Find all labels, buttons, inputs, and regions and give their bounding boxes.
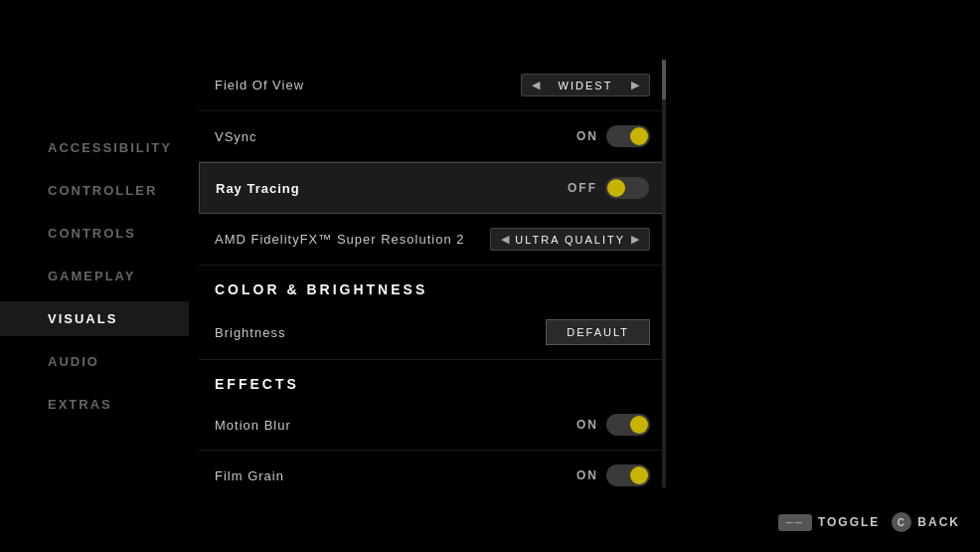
ray-tracing-toggle[interactable] [605,177,649,199]
motion-blur-toggle[interactable] [606,414,650,436]
field-of-view-current: WIDEST [546,80,625,92]
brightness-row: Brightness DEFAULT [199,305,666,360]
field-of-view-selector[interactable]: ◀ WIDEST ▶ [521,74,650,96]
brightness-value[interactable]: DEFAULT [546,319,650,345]
amd-fidelity-value[interactable]: ◀ ULTRA QUALITY ▶ [490,228,650,251]
amd-fidelity-current: ULTRA QUALITY [515,234,625,246]
bottom-bar: ── TOGGLE C BACK [778,512,960,532]
film-grain-row: Film Grain ON [199,451,666,487]
field-of-view-row: Field Of View ◀ WIDEST ▶ [199,60,666,111]
field-of-view-label: Field Of View [215,78,304,92]
ray-tracing-row[interactable]: Ray Tracing OFF [199,162,666,214]
brightness-default-button[interactable]: DEFAULT [546,319,650,345]
amd-fidelity-label: AMD FidelityFX™ Super Resolution 2 [215,232,464,247]
field-of-view-left-arrow[interactable]: ◀ [532,79,540,92]
film-grain-value: ON [576,464,650,486]
brightness-label: Brightness [215,325,285,340]
field-of-view-value[interactable]: ◀ WIDEST ▶ [521,74,650,96]
toggle-button[interactable]: ── TOGGLE [778,514,881,531]
sidebar-item-extras[interactable]: EXTRAS [48,387,189,422]
back-label: BACK [917,515,960,529]
ray-tracing-value: OFF [568,177,649,199]
film-grain-label: Film Grain [215,468,284,483]
motion-blur-label: Motion Blur [215,418,291,433]
scrollbar[interactable] [662,60,666,487]
color-brightness-header: COLOR & BRIGHTNESS [199,266,666,305]
film-grain-state: ON [576,468,598,482]
film-grain-toggle[interactable] [606,464,650,486]
toggle-label: TOGGLE [818,515,880,529]
vsync-label: VSync [215,129,257,144]
sidebar: ACCESSIBILITY CONTROLLER CONTROLS GAMEPL… [0,0,189,552]
effects-header: EFFECTS [199,360,666,400]
motion-blur-state: ON [576,418,598,432]
amd-fidelity-right-arrow[interactable]: ▶ [631,233,639,246]
sidebar-item-controller[interactable]: CONTROLLER [48,173,189,208]
back-icon: C [892,512,911,532]
toggle-icon: ── [778,514,812,531]
ray-tracing-label: Ray Tracing [216,181,300,196]
sidebar-item-accessibility[interactable]: ACCESSIBILITY [48,130,189,165]
motion-blur-knob [630,416,648,434]
motion-blur-row: Motion Blur ON [199,400,666,451]
scrollbar-thumb[interactable] [662,60,666,99]
amd-fidelity-selector[interactable]: ◀ ULTRA QUALITY ▶ [490,228,650,251]
sidebar-item-audio[interactable]: AUDIO [48,344,189,379]
film-grain-knob [630,466,648,484]
ray-tracing-state: OFF [568,181,597,195]
scroll-area: Field Of View ◀ WIDEST ▶ VSync ON Ray Tr… [199,60,666,487]
motion-blur-value: ON [576,414,650,436]
vsync-value: ON [576,125,650,147]
vsync-toggle[interactable] [606,125,650,147]
vsync-knob [630,127,648,145]
vsync-state: ON [576,129,598,143]
amd-fidelity-left-arrow[interactable]: ◀ [501,233,509,246]
back-button[interactable]: C BACK [892,512,960,532]
sidebar-item-visuals[interactable]: VISUALS [0,301,189,336]
ray-tracing-knob [607,179,625,197]
vsync-row: VSync ON [199,111,666,162]
toggle-icon-lines: ── [786,517,804,528]
main-content: Field Of View ◀ WIDEST ▶ VSync ON Ray Tr… [199,60,666,487]
amd-fidelity-row: AMD FidelityFX™ Super Resolution 2 ◀ ULT… [199,214,666,266]
field-of-view-right-arrow[interactable]: ▶ [631,79,639,92]
sidebar-item-controls[interactable]: CONTROLS [48,216,189,251]
sidebar-item-gameplay[interactable]: GAMEPLAY [48,259,189,293]
